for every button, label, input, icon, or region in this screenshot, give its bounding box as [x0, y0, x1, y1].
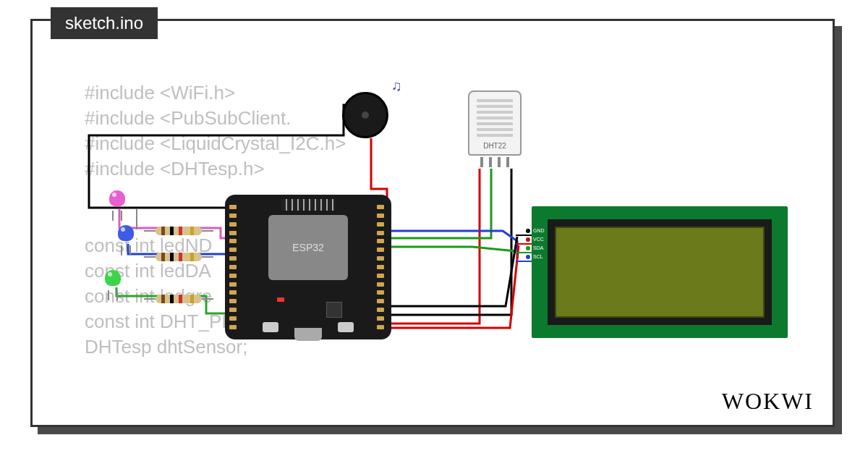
lcd-pin-label: SCL	[533, 254, 543, 259]
dht22-label: DHT22	[469, 142, 520, 150]
usb-port-icon	[294, 328, 322, 341]
esp32-shield: ESP32	[268, 215, 348, 280]
mcu-chip-icon	[326, 302, 342, 318]
lcd-pin-label: GND	[533, 228, 545, 233]
buzzer[interactable]	[342, 92, 388, 138]
circuit-diagram[interactable]: ESP32 ♫ D	[33, 21, 833, 425]
file-tab[interactable]: sketch.ino	[51, 7, 158, 39]
led-green[interactable]	[105, 270, 121, 292]
led-blue[interactable]	[118, 225, 134, 247]
buzzer-body-icon	[342, 92, 388, 138]
led-bulb-icon	[109, 190, 125, 206]
esp32-antenna	[281, 199, 335, 211]
power-led-icon	[277, 297, 284, 302]
led-legs-icon	[108, 290, 118, 300]
lcd-screen	[548, 219, 772, 325]
lcd-pin-label: SDA	[533, 245, 543, 250]
led-legs-icon	[121, 245, 131, 256]
led-legs-icon	[112, 211, 122, 221]
led-bulb-icon	[105, 270, 121, 286]
esp32-label: ESP32	[292, 242, 324, 253]
wokwi-logo: WOKWI	[722, 388, 814, 415]
esp32-board[interactable]: ESP32	[225, 195, 391, 339]
led-bulb-icon	[118, 225, 134, 241]
lcd-pin-label: VCC	[533, 237, 544, 242]
pin-row-right[interactable]	[377, 205, 387, 329]
esp32-button-boot[interactable]	[338, 322, 354, 332]
dht22-body: DHT22	[468, 90, 522, 156]
esp32-button-en[interactable]	[263, 322, 278, 332]
lcd-i2c-header: GND VCC SDA SCL	[513, 228, 530, 260]
pin-row-left[interactable]	[229, 205, 239, 329]
resistor[interactable]	[156, 295, 202, 303]
file-tab-label: sketch.ino	[65, 13, 143, 33]
dht22-sensor[interactable]: DHT22	[468, 90, 522, 167]
lcd-2004[interactable]: GND VCC SDA SCL	[532, 206, 788, 338]
dht22-grille-icon	[477, 99, 513, 137]
resistor[interactable]	[156, 253, 202, 261]
music-note-icon: ♫	[391, 77, 402, 94]
project-card: #include <WiFi.h> #include <PubSubClient…	[30, 19, 835, 427]
led-pink[interactable]	[109, 190, 125, 212]
dht22-pins	[468, 157, 522, 167]
resistor[interactable]	[156, 227, 202, 235]
